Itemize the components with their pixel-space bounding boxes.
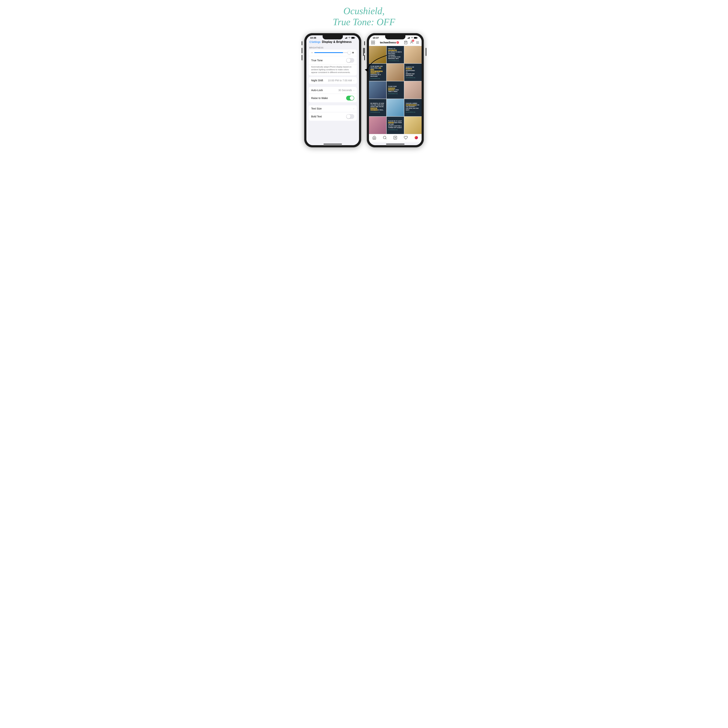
ig-profile-picture[interactable] bbox=[414, 136, 418, 140]
phone-right-screen: 10:37 bbox=[369, 35, 422, 145]
instagram-screen: techwellness 1 bbox=[369, 40, 422, 142]
svg-rect-15 bbox=[373, 43, 375, 44]
raise-to-wake-label: Raise to Wake bbox=[311, 96, 346, 99]
grid-cell-10[interactable]: BE MINDFUL OF HOWYOU AND YOUR KIDSSPEND … bbox=[369, 99, 386, 116]
separator-1 bbox=[306, 86, 359, 87]
grid-cell-3[interactable] bbox=[404, 46, 422, 63]
svg-rect-1 bbox=[346, 38, 346, 39]
night-shift-row[interactable]: Night Shift 10:00 PM to 7:00 AM › bbox=[309, 77, 357, 84]
true-tone-knob bbox=[347, 58, 350, 63]
brand-tag-4: the techwellness way bbox=[370, 78, 380, 79]
grid-cell-5[interactable] bbox=[387, 64, 404, 81]
grid-cell-8[interactable]: CLEAR YOURBROWSERCOOKIES A FEWTIMES A WE… bbox=[387, 81, 404, 99]
svg-line-22 bbox=[385, 138, 386, 139]
brand-tag-6: the techwellness way bbox=[406, 77, 415, 78]
svg-rect-6 bbox=[408, 38, 408, 39]
grid-cell-6[interactable]: ALWAYS USEAIRTUBEHEADPHONESTOMINIMIZE EM… bbox=[404, 64, 422, 81]
grid-cell-13[interactable] bbox=[369, 117, 386, 134]
power-button[interactable] bbox=[363, 48, 364, 56]
volume-up-button-right[interactable] bbox=[364, 48, 365, 54]
auto-lock-label: Auto-Lock bbox=[311, 89, 338, 92]
status-icons-left bbox=[345, 37, 355, 39]
bold-text-row[interactable]: Bold Text bbox=[309, 112, 357, 121]
ig-grid-icon[interactable] bbox=[371, 41, 375, 44]
raise-to-wake-row[interactable]: Raise to Wake bbox=[309, 94, 357, 102]
svg-rect-0 bbox=[345, 38, 346, 39]
grid-cell-11[interactable] bbox=[387, 99, 404, 116]
text-size-chevron-icon: › bbox=[353, 107, 354, 110]
home-bar-left[interactable] bbox=[324, 144, 342, 144]
true-tone-description: Automatically adapt iPhone display based… bbox=[309, 65, 357, 75]
grid-cell-9[interactable] bbox=[404, 81, 422, 99]
brand-tag-10: the techwellness way bbox=[370, 112, 380, 113]
svg-rect-2 bbox=[347, 37, 347, 39]
lock-wake-card: Auto-Lock 30 Seconds › Raise to Wake bbox=[309, 87, 357, 102]
grid-cell-1[interactable] bbox=[369, 46, 386, 63]
grid-cell-2[interactable]: PRIVACY ISEVERYTHINGBE AWARE OF WHO'SWAT… bbox=[387, 46, 404, 63]
bold-text-knob bbox=[347, 115, 350, 119]
notch bbox=[323, 35, 343, 40]
brightness-card: ☀ ☀ True Tone bbox=[309, 49, 357, 75]
status-time-left: 10:36 bbox=[310, 37, 316, 39]
slider-thumb[interactable] bbox=[348, 51, 351, 54]
volume-up-button[interactable] bbox=[301, 48, 302, 54]
back-label: Settings bbox=[311, 40, 321, 43]
grid-cell-12[interactable]: CHOOSE A WIREDBABY MONITOR FORTHE NURSER… bbox=[404, 99, 422, 116]
notch-right bbox=[385, 35, 405, 40]
wifi-icon-right bbox=[411, 37, 413, 39]
brand-tag-12: the techwellness way bbox=[406, 112, 415, 113]
bold-text-toggle[interactable] bbox=[346, 114, 354, 119]
grid-card-text-6: ALWAYS USEAIRTUBEHEADPHONESTOMINIMIZE EM… bbox=[406, 66, 415, 76]
grid-cell-7[interactable] bbox=[369, 81, 386, 99]
brightness-slider[interactable] bbox=[314, 52, 350, 53]
phone-left-screen: 10:36 bbox=[306, 35, 359, 145]
true-tone-label: True Tone bbox=[311, 59, 346, 62]
ig-profile-icon-container[interactable]: 2 bbox=[410, 40, 413, 45]
grid-cell-15[interactable] bbox=[404, 117, 422, 134]
signal-icon-right bbox=[408, 37, 410, 39]
brightness-row[interactable]: ☀ ☀ bbox=[309, 49, 357, 56]
grid-card-text-12: CHOOSE A WIREDBABY MONITOR FORTHE NURSER… bbox=[406, 102, 419, 111]
ig-heart-icon[interactable] bbox=[404, 136, 408, 140]
ig-menu-icon[interactable] bbox=[416, 41, 419, 44]
true-tone-row[interactable]: True Tone bbox=[309, 56, 357, 65]
grid-card-text-10: BE MINDFUL OF HOWYOU AND YOUR KIDSSPEND … bbox=[370, 102, 384, 111]
ig-add-icon[interactable] bbox=[393, 136, 397, 140]
text-size-row[interactable]: Text Size › bbox=[309, 105, 357, 112]
auto-lock-chevron-icon: › bbox=[353, 89, 354, 92]
settings-screen: Settings Display & Brightness BRIGHTNESS… bbox=[306, 40, 359, 142]
mute-button[interactable] bbox=[301, 41, 302, 45]
nav-title: Display & Brightness bbox=[322, 40, 352, 44]
header-line1: Ocushield, bbox=[294, 6, 434, 17]
grid-cell-14[interactable]: PLEASE BE AT LEAST30 FEET AWAY FROMTHE W… bbox=[387, 117, 404, 134]
svg-rect-7 bbox=[408, 38, 409, 39]
ig-home-icon[interactable] bbox=[372, 136, 376, 140]
auto-lock-value: 30 Seconds bbox=[338, 89, 352, 92]
status-time-right: 10:37 bbox=[373, 37, 379, 39]
power-button-right[interactable] bbox=[426, 48, 427, 56]
auto-lock-row[interactable]: Auto-Lock 30 Seconds › bbox=[309, 87, 357, 94]
back-button[interactable]: Settings bbox=[309, 40, 321, 43]
slider-fill bbox=[314, 52, 343, 53]
night-shift-chevron-icon: › bbox=[353, 79, 354, 82]
grid-card-text-14: PLEASE BE AT LEAST30 FEET AWAY FROMTHE W… bbox=[388, 120, 402, 128]
mute-button-right[interactable] bbox=[364, 41, 365, 45]
night-shift-label: Night Shift bbox=[311, 79, 328, 82]
raise-to-wake-toggle[interactable] bbox=[346, 96, 354, 101]
grid-card-text-4: TO BE WORRY ANDTECH FREE, SET YOURPHONE … bbox=[370, 66, 385, 77]
volume-down-button[interactable] bbox=[301, 55, 302, 60]
svg-rect-8 bbox=[409, 37, 410, 39]
ig-shop-icon[interactable] bbox=[404, 41, 408, 44]
grid-cell-4[interactable]: TO BE WORRY ANDTECH FREE, SET YOURPHONE … bbox=[369, 64, 386, 81]
brightness-low-icon: ☀ bbox=[311, 52, 313, 54]
volume-down-button-right[interactable] bbox=[364, 55, 365, 60]
true-tone-toggle[interactable] bbox=[346, 58, 354, 63]
raise-to-wake-knob bbox=[350, 96, 354, 100]
svg-rect-14 bbox=[372, 43, 373, 44]
phone-left: 10:36 bbox=[304, 33, 361, 147]
home-bar-right[interactable] bbox=[386, 144, 404, 144]
svg-rect-13 bbox=[373, 41, 375, 42]
svg-rect-3 bbox=[347, 37, 348, 39]
brand-tag-2: — the techwellness way bbox=[388, 60, 399, 61]
ig-search-icon[interactable] bbox=[383, 136, 387, 140]
